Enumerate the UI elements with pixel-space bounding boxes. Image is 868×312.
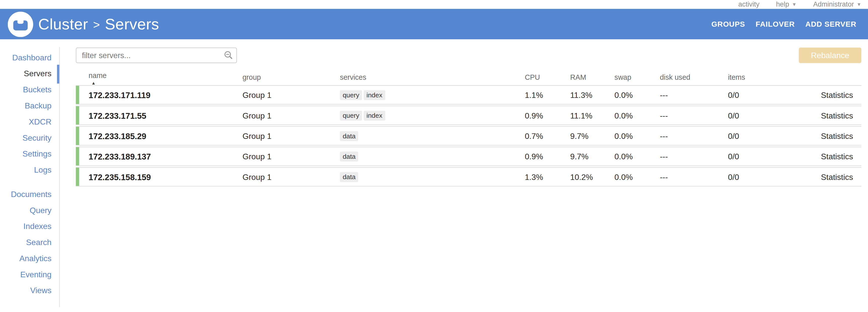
sidebar-item-servers[interactable]: Servers — [0, 66, 60, 82]
disk-used-value: --- — [660, 131, 668, 140]
items-value: 0/0 — [728, 91, 739, 99]
ram-value: 11.3% — [570, 91, 592, 99]
sidebar-item-dashboard[interactable]: Dashboard — [0, 50, 60, 66]
services-badges: data — [340, 151, 358, 161]
sidebar-item-backup[interactable]: Backup — [0, 98, 60, 114]
items-value: 0/0 — [728, 173, 739, 181]
statistics-link[interactable]: Statistics — [821, 131, 853, 140]
health-indicator — [76, 167, 79, 186]
filter-box — [76, 48, 237, 63]
ram-value: 9.7% — [570, 152, 589, 161]
sidebar-item-search[interactable]: Search — [0, 235, 60, 251]
service-badge-data: data — [340, 151, 358, 161]
column-header-disk-used[interactable]: disk used — [660, 73, 690, 81]
rebalance-button[interactable]: Rebalance — [799, 48, 861, 63]
breadcrumb-separator: > — [93, 18, 100, 31]
sidebar-item-views[interactable]: Views — [0, 283, 60, 299]
table-row: 172.233.171.55 Group 1 queryindex 0.9% 1… — [76, 106, 861, 125]
ram-value: 9.7% — [570, 131, 589, 140]
table-row: 172.233.189.137 Group 1 data 0.9% 9.7% 0… — [76, 147, 861, 166]
sidebar-item-xdcr[interactable]: XDCR — [0, 114, 60, 130]
statistics-link[interactable]: Statistics — [821, 173, 853, 181]
server-group: Group 1 — [242, 111, 271, 120]
table-row: 172.233.185.29 Group 1 data 0.7% 9.7% 0.… — [76, 126, 861, 146]
breadcrumb-page: Servers — [105, 15, 159, 33]
column-header-swap[interactable]: swap — [615, 73, 631, 81]
activity-link[interactable]: activity — [738, 0, 760, 8]
server-group: Group 1 — [242, 173, 271, 181]
column-header-items[interactable]: items — [728, 73, 745, 81]
health-indicator — [76, 86, 79, 104]
sidebar-nav: DashboardServersBucketsBackupXDCRSecurit… — [0, 39, 60, 312]
services-badges: data — [340, 172, 358, 182]
swap-value: 0.0% — [615, 91, 633, 99]
service-badge-data: data — [340, 172, 358, 182]
service-badge-query: query — [340, 90, 362, 100]
help-label: help — [776, 0, 789, 8]
health-indicator — [76, 147, 79, 165]
sidebar-divider — [59, 47, 60, 307]
cpu-value: 0.9% — [525, 152, 543, 161]
cpu-value: 1.1% — [525, 91, 543, 99]
sidebar-item-analytics[interactable]: Analytics — [0, 251, 60, 267]
table-row: 172.233.171.119 Group 1 queryindex 1.1% … — [76, 85, 861, 105]
sidebar-item-logs[interactable]: Logs — [0, 162, 60, 178]
swap-value: 0.0% — [615, 131, 633, 140]
column-header-ram[interactable]: RAM — [570, 73, 586, 81]
column-header-services[interactable]: services — [340, 73, 366, 81]
swap-value: 0.0% — [615, 111, 633, 120]
servers-toolbar: Rebalance — [76, 48, 861, 63]
server-name: 172.235.158.159 — [89, 172, 151, 181]
add-server-button[interactable]: ADD SERVER — [805, 20, 857, 28]
account-menu[interactable]: Administrator▼ — [813, 0, 861, 8]
server-group: Group 1 — [242, 131, 271, 140]
name-header-label: name — [89, 71, 107, 80]
sidebar-item-query[interactable]: Query — [0, 202, 60, 219]
cpu-value: 0.7% — [525, 131, 543, 140]
sidebar-item-indexes[interactable]: Indexes — [0, 219, 60, 235]
column-header-group[interactable]: group — [242, 73, 261, 81]
disk-used-value: --- — [660, 91, 668, 99]
page-title: Cluster > Servers — [38, 15, 159, 33]
help-menu[interactable]: help▼ — [776, 0, 797, 8]
server-name: 172.233.185.29 — [89, 131, 146, 141]
main-content: Rebalance name▲ group services CPU RAM s… — [76, 39, 861, 187]
statistics-link[interactable]: Statistics — [821, 152, 853, 161]
account-label: Administrator — [813, 0, 854, 8]
services-badges: queryindex — [340, 111, 385, 121]
app-viewport: activity help▼ Administrator▼ Cluster > … — [0, 0, 868, 312]
swap-value: 0.0% — [615, 152, 633, 161]
services-badges: queryindex — [340, 90, 385, 100]
failover-button[interactable]: FAILOVER — [756, 20, 795, 28]
page-body: DashboardServersBucketsBackupXDCRSecurit… — [0, 39, 868, 312]
groups-button[interactable]: GROUPS — [711, 20, 745, 28]
statistics-link[interactable]: Statistics — [821, 111, 853, 120]
ram-value: 11.1% — [570, 111, 592, 120]
sidebar-item-eventing[interactable]: Eventing — [0, 267, 60, 283]
statistics-link[interactable]: Statistics — [821, 91, 853, 99]
sidebar-item-security[interactable]: Security — [0, 130, 60, 146]
items-value: 0/0 — [728, 131, 739, 140]
sidebar-item-buckets[interactable]: Buckets — [0, 82, 60, 98]
server-group: Group 1 — [242, 152, 271, 161]
service-badge-query: query — [340, 111, 362, 121]
service-badge-index: index — [364, 90, 385, 100]
server-name: 172.233.171.55 — [89, 111, 146, 120]
sidebar-item-settings[interactable]: Settings — [0, 146, 60, 162]
caret-down-icon: ▼ — [857, 2, 862, 7]
couchbase-logo — [8, 11, 33, 37]
search-icon — [224, 51, 232, 59]
swap-value: 0.0% — [615, 173, 633, 181]
app-header: Cluster > Servers GROUPS FAILOVER ADD SE… — [0, 9, 868, 39]
cpu-value: 0.9% — [525, 111, 543, 120]
service-badge-index: index — [364, 111, 385, 121]
table-header: name▲ group services CPU RAM swap disk u… — [76, 71, 861, 83]
account-bar: activity help▼ Administrator▼ — [0, 0, 868, 9]
filter-servers-input[interactable] — [76, 48, 237, 63]
service-badge-data: data — [340, 131, 358, 141]
services-badges: data — [340, 131, 358, 141]
sidebar-group: DashboardServersBucketsBackupXDCRSecurit… — [0, 50, 60, 178]
column-header-cpu[interactable]: CPU — [525, 73, 540, 81]
caret-down-icon: ▼ — [792, 2, 797, 7]
sidebar-item-documents[interactable]: Documents — [0, 186, 60, 202]
